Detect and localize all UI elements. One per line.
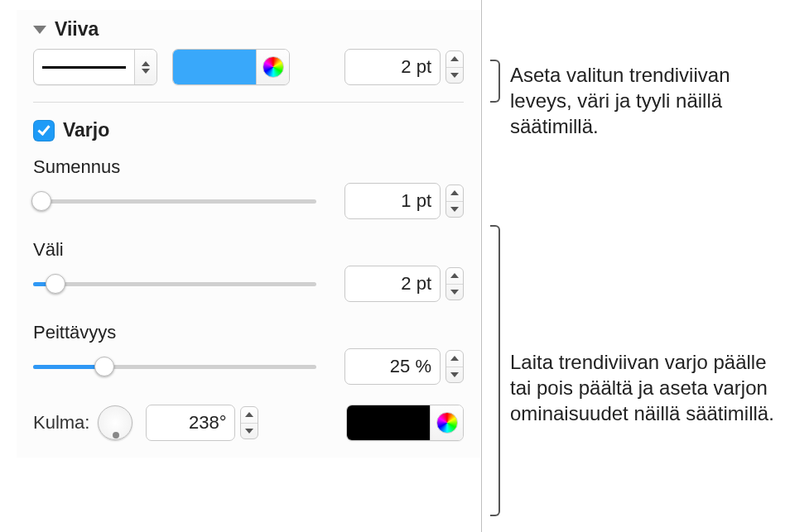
opacity-slider[interactable] — [33, 355, 316, 378]
chevron-up-icon — [245, 412, 253, 417]
shadow-toggle-row: Varjo — [33, 119, 464, 141]
chevron-up-icon — [450, 190, 459, 195]
opacity-stepper[interactable] — [445, 350, 464, 383]
blur-input[interactable]: 1 pt — [344, 183, 441, 219]
checkmark-icon — [37, 122, 50, 136]
angle-dial[interactable] — [98, 405, 132, 440]
shadow-label: Varjo — [63, 119, 109, 141]
offset-slider[interactable] — [33, 272, 316, 295]
angle-input[interactable]: 238° — [146, 405, 235, 441]
color-picker-button[interactable] — [430, 405, 463, 440]
line-width-input[interactable]: 2 pt — [344, 49, 441, 85]
annotation-line: Aseta valitun trendiviivan leveys, väri … — [510, 62, 767, 140]
chevron-down-icon — [450, 73, 459, 78]
angle-row: Kulma: 238° — [33, 405, 464, 441]
line-section-header[interactable]: Viiva — [33, 18, 464, 41]
angle-stepper[interactable] — [240, 406, 258, 439]
chevron-down-icon — [245, 429, 253, 434]
blur-slider[interactable] — [33, 189, 316, 213]
slider-thumb[interactable] — [94, 357, 114, 376]
opacity-group: Peittävyys 25 % — [33, 322, 464, 385]
panel-divider — [481, 0, 482, 532]
annotation-shadow: Laita trendiviivan varjo päälle tai pois… — [510, 349, 775, 427]
chevron-down-icon — [450, 372, 459, 377]
line-style-preview — [42, 66, 126, 69]
line-controls-row: 2 pt — [33, 49, 464, 85]
shadow-color-swatch[interactable] — [347, 405, 430, 440]
blur-label: Sumennus — [33, 156, 464, 178]
opacity-input[interactable]: 25 % — [344, 348, 441, 385]
callout-bracket — [490, 60, 500, 103]
angle-indicator-icon — [113, 432, 119, 439]
shadow-checkbox[interactable] — [33, 120, 55, 141]
line-width-stepper[interactable] — [445, 50, 464, 84]
callout-bracket — [490, 225, 500, 516]
line-title: Viiva — [55, 18, 99, 41]
chevron-up-icon — [450, 356, 459, 361]
divider — [33, 102, 464, 103]
chevron-down-icon — [450, 207, 459, 212]
line-style-popup[interactable] — [33, 49, 157, 85]
chevron-down-icon — [450, 290, 459, 295]
offset-label: Väli — [33, 239, 464, 261]
line-width-field: 2 pt — [344, 49, 464, 85]
line-color-well[interactable] — [172, 49, 290, 85]
color-picker-button[interactable] — [256, 50, 289, 84]
blur-group: Sumennus 1 pt — [33, 156, 464, 219]
chevron-up-icon — [450, 56, 459, 61]
blur-stepper[interactable] — [445, 185, 464, 218]
slider-thumb[interactable] — [31, 191, 51, 211]
inspector-panel: Viiva 2 pt Varjo Sum — [17, 10, 480, 458]
slider-thumb[interactable] — [46, 274, 65, 294]
popup-arrows-icon — [134, 50, 157, 84]
color-wheel-icon — [262, 56, 284, 78]
angle-label: Kulma: — [33, 412, 89, 434]
offset-input[interactable]: 2 pt — [344, 266, 441, 302]
line-color-swatch[interactable] — [173, 50, 256, 84]
shadow-color-well[interactable] — [346, 405, 464, 441]
color-wheel-icon — [436, 412, 458, 434]
opacity-label: Peittävyys — [33, 322, 464, 343]
chevron-up-icon — [450, 273, 459, 278]
offset-group: Väli 2 pt — [33, 239, 464, 302]
offset-stepper[interactable] — [445, 267, 464, 300]
disclosure-triangle-icon — [33, 26, 46, 34]
